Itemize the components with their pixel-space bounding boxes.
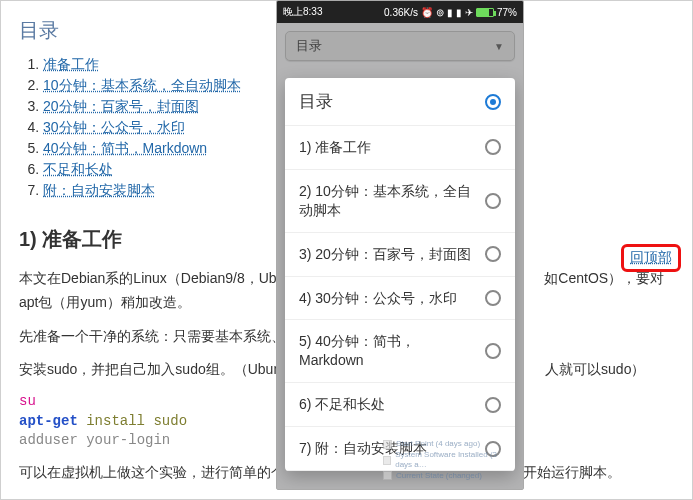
modal-item-5[interactable]: 5) 40分钟：简书，Markdown	[285, 319, 515, 382]
modal-item-label: 1) 准备工作	[299, 138, 485, 157]
modal-item-4[interactable]: 4) 30分钟：公众号，水印	[285, 276, 515, 320]
phone-overlay: 晚上8:33 0.36K/s ⏰ ⊚ ▮ ▮ ✈ 77% 目录 ▼ 目录 1) …	[276, 0, 524, 490]
signal-icon-2: ▮	[456, 7, 462, 18]
status-time: 晚上8:33	[283, 5, 322, 19]
modal-item-label: 4) 30分钟：公众号，水印	[299, 289, 485, 308]
modal-item-label: 6) 不足和长处	[299, 395, 485, 414]
modal-item-label: 2) 10分钟：基本系统，全自动脚本	[299, 182, 485, 220]
radio-selected-icon[interactable]	[485, 94, 501, 110]
status-bar: 晚上8:33 0.36K/s ⏰ ⊚ ▮ ▮ ✈ 77%	[277, 1, 523, 23]
toc-link-3[interactable]: 20分钟：百家号，封面图	[43, 98, 199, 114]
radio-icon[interactable]	[485, 290, 501, 306]
alarm-icon: ⏰	[421, 7, 433, 18]
radio-icon[interactable]	[485, 397, 501, 413]
battery-pct: 77%	[497, 7, 517, 18]
toc-link-6[interactable]: 不足和长处	[43, 161, 113, 177]
modal-item-2[interactable]: 2) 10分钟：基本系统，全自动脚本	[285, 169, 515, 232]
toc-link-4[interactable]: 30分钟：公众号，水印	[43, 119, 185, 135]
plane-icon: ✈	[465, 7, 473, 18]
wifi-icon: ⊚	[436, 7, 444, 18]
battery-icon	[476, 8, 494, 17]
radio-icon[interactable]	[485, 246, 501, 262]
toc-link-5[interactable]: 40分钟：简书，Markdown	[43, 140, 207, 156]
toc-link-2[interactable]: 10分钟：基本系统，全自动脚本	[43, 77, 241, 93]
modal-item-1[interactable]: 1) 准备工作	[285, 125, 515, 169]
modal-title: 目录	[299, 90, 333, 113]
back-to-top-link[interactable]: 回顶部	[630, 249, 672, 265]
modal-item-6[interactable]: 6) 不足和长处	[285, 382, 515, 426]
modal-item-label: 3) 20分钟：百家号，封面图	[299, 245, 485, 264]
radio-icon[interactable]	[485, 343, 501, 359]
radio-icon[interactable]	[485, 441, 501, 457]
toc-link-7[interactable]: 附：自动安装脚本	[43, 182, 155, 198]
modal-item-7[interactable]: 7) 附：自动安装脚本	[285, 426, 515, 471]
radio-icon[interactable]	[485, 193, 501, 209]
radio-icon[interactable]	[485, 139, 501, 155]
status-speed: 0.36K/s	[384, 7, 418, 18]
modal-item-label: 5) 40分钟：简书，Markdown	[299, 332, 485, 370]
modal-title-row[interactable]: 目录	[285, 78, 515, 125]
signal-icon: ▮	[447, 7, 453, 18]
back-to-top-callout: 回顶部	[621, 244, 681, 272]
modal-item-3[interactable]: 3) 20分钟：百家号，封面图	[285, 232, 515, 276]
toc-modal: 目录 1) 准备工作 2) 10分钟：基本系统，全自动脚本 3) 20分钟：百家…	[285, 78, 515, 471]
toc-link-1[interactable]: 准备工作	[43, 56, 99, 72]
modal-item-label: 7) 附：自动安装脚本	[299, 439, 485, 458]
